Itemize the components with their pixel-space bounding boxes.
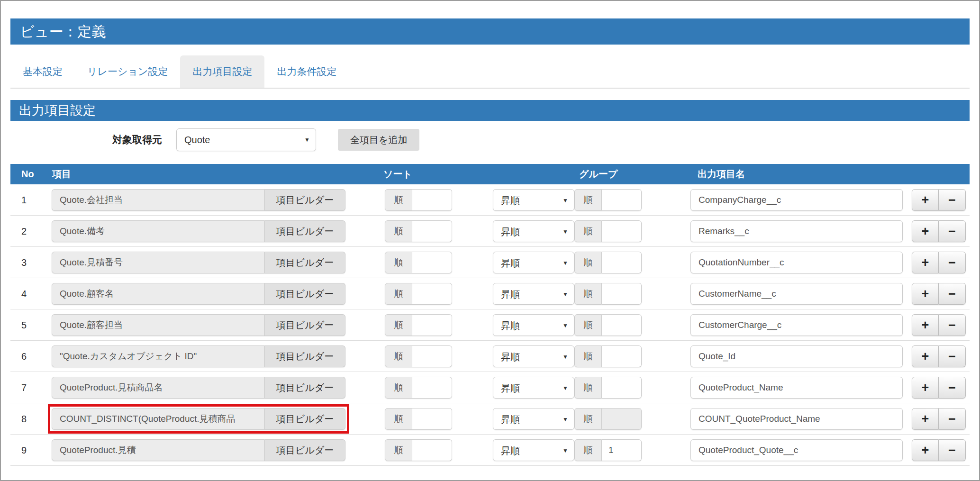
remove-row-button[interactable]: − bbox=[939, 439, 966, 461]
output-name-input[interactable] bbox=[690, 283, 903, 305]
row-actions: + − bbox=[912, 439, 966, 461]
add-all-items-button[interactable]: 全項目を追加 bbox=[338, 129, 419, 151]
group-order-group: 順 bbox=[574, 439, 642, 461]
item-builder-button[interactable]: 項目ビルダー bbox=[265, 439, 345, 461]
item-builder-button[interactable]: 項目ビルダー bbox=[265, 189, 345, 211]
remove-row-button[interactable]: − bbox=[939, 189, 966, 211]
row-actions: + − bbox=[912, 220, 966, 242]
group-order-group: 順 bbox=[574, 189, 642, 211]
sort-direction-select[interactable]: 昇順 ▼ bbox=[493, 377, 574, 399]
column-header-item: 項目 bbox=[52, 164, 71, 184]
sort-direction-select[interactable]: 昇順 ▼ bbox=[493, 314, 574, 336]
add-row-button[interactable]: + bbox=[912, 220, 939, 242]
order-addon-label: 順 bbox=[574, 377, 602, 399]
item-builder-button[interactable]: 項目ビルダー bbox=[265, 283, 345, 305]
group-order-input[interactable] bbox=[602, 220, 642, 242]
item-input[interactable] bbox=[52, 283, 265, 305]
sort-order-input[interactable] bbox=[412, 345, 452, 367]
tab-3[interactable]: 出力条件設定 bbox=[264, 55, 349, 88]
remove-row-button[interactable]: − bbox=[939, 408, 966, 430]
sort-direction-select[interactable]: 昇順 ▼ bbox=[493, 408, 574, 430]
add-row-button[interactable]: + bbox=[912, 189, 939, 211]
sort-direction-select[interactable]: 昇順 ▼ bbox=[493, 220, 574, 242]
output-name-input[interactable] bbox=[690, 189, 903, 211]
sort-order-input[interactable] bbox=[412, 377, 452, 399]
sort-order-input[interactable] bbox=[412, 439, 452, 461]
output-name-input[interactable] bbox=[690, 408, 903, 430]
add-row-button[interactable]: + bbox=[912, 345, 939, 367]
item-input[interactable] bbox=[52, 439, 265, 461]
order-addon-label: 順 bbox=[385, 345, 412, 367]
remove-row-button[interactable]: − bbox=[939, 377, 966, 399]
add-row-button[interactable]: + bbox=[912, 283, 939, 305]
item-input[interactable] bbox=[52, 220, 265, 242]
sort-direction-value: 昇順 bbox=[501, 227, 520, 237]
output-name-input[interactable] bbox=[690, 439, 903, 461]
remove-row-button[interactable]: − bbox=[939, 283, 966, 305]
row-number: 3 bbox=[21, 247, 27, 278]
tab-0[interactable]: 基本設定 bbox=[10, 55, 75, 88]
page-title-bar: ビュー：定義 bbox=[10, 18, 970, 45]
group-order-input[interactable] bbox=[602, 377, 642, 399]
sort-direction-select[interactable]: 昇順 ▼ bbox=[493, 252, 574, 273]
add-row-button[interactable]: + bbox=[912, 408, 939, 430]
sort-order-input[interactable] bbox=[412, 189, 452, 211]
group-order-input[interactable] bbox=[602, 439, 642, 461]
sort-direction-select[interactable]: 昇順 ▼ bbox=[493, 439, 574, 461]
caret-down-icon: ▼ bbox=[563, 283, 568, 305]
add-row-button[interactable]: + bbox=[912, 252, 939, 273]
row-actions: + − bbox=[912, 252, 966, 273]
group-order-input[interactable] bbox=[602, 408, 642, 430]
remove-row-button[interactable]: − bbox=[939, 345, 966, 367]
remove-row-button[interactable]: − bbox=[939, 252, 966, 273]
group-order-input[interactable] bbox=[602, 345, 642, 367]
add-row-button[interactable]: + bbox=[912, 377, 939, 399]
sort-order-input[interactable] bbox=[412, 314, 452, 336]
output-name-input[interactable] bbox=[690, 220, 903, 242]
tab-2[interactable]: 出力項目設定 bbox=[180, 55, 264, 88]
item-input[interactable] bbox=[52, 314, 265, 336]
item-builder-button[interactable]: 項目ビルダー bbox=[265, 252, 345, 273]
item-input[interactable] bbox=[52, 345, 265, 367]
group-order-group: 順 bbox=[574, 314, 642, 336]
order-addon-label: 順 bbox=[574, 252, 602, 273]
sort-order-group: 順 bbox=[385, 345, 452, 367]
item-builder-button[interactable]: 項目ビルダー bbox=[265, 345, 345, 367]
order-addon-label: 順 bbox=[385, 252, 412, 273]
sort-direction-select[interactable]: 昇順 ▼ bbox=[493, 345, 574, 367]
output-name-input[interactable] bbox=[690, 345, 903, 367]
sort-direction-select[interactable]: 昇順 ▼ bbox=[493, 283, 574, 305]
output-name-input[interactable] bbox=[690, 252, 903, 273]
source-select[interactable]: Quote ▼ bbox=[176, 128, 316, 151]
output-name-input[interactable] bbox=[690, 377, 903, 399]
sort-order-input[interactable] bbox=[412, 220, 452, 242]
add-row-button[interactable]: + bbox=[912, 314, 939, 336]
sort-direction-value: 昇順 bbox=[501, 289, 520, 299]
group-order-input[interactable] bbox=[602, 252, 642, 273]
item-input[interactable] bbox=[52, 252, 265, 273]
output-name-input[interactable] bbox=[690, 314, 903, 336]
item-input[interactable] bbox=[52, 189, 265, 211]
remove-row-button[interactable]: − bbox=[939, 314, 966, 336]
column-header-sort: ソート bbox=[383, 164, 412, 184]
order-addon-label: 順 bbox=[574, 314, 602, 336]
sort-order-input[interactable] bbox=[412, 283, 452, 305]
group-order-input[interactable] bbox=[602, 283, 642, 305]
sort-order-input[interactable] bbox=[412, 252, 452, 273]
item-builder-button[interactable]: 項目ビルダー bbox=[265, 220, 345, 242]
row-actions: + − bbox=[912, 345, 966, 367]
sort-direction-select[interactable]: 昇順 ▼ bbox=[493, 189, 574, 211]
item-builder-button[interactable]: 項目ビルダー bbox=[265, 314, 345, 336]
item-builder-button[interactable]: 項目ビルダー bbox=[265, 377, 345, 399]
group-order-input[interactable] bbox=[602, 189, 642, 211]
item-builder-button[interactable]: 項目ビルダー bbox=[265, 408, 345, 430]
group-order-input[interactable] bbox=[602, 314, 642, 336]
add-row-button[interactable]: + bbox=[912, 439, 939, 461]
row-number: 6 bbox=[21, 341, 27, 372]
tab-1[interactable]: リレーション設定 bbox=[75, 55, 180, 88]
remove-row-button[interactable]: − bbox=[939, 220, 966, 242]
sort-order-input[interactable] bbox=[412, 408, 452, 430]
item-input[interactable] bbox=[52, 377, 265, 399]
caret-down-icon: ▼ bbox=[563, 221, 568, 243]
item-input[interactable] bbox=[52, 408, 265, 430]
